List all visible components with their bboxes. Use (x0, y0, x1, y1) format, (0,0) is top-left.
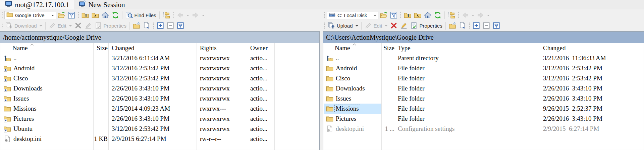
rename-button[interactable] (84, 21, 93, 30)
root-directory-button[interactable] (413, 11, 422, 20)
edit-button[interactable]: Edit (48, 21, 67, 30)
rename-button[interactable] (399, 21, 409, 30)
download-button[interactable]: Download (4, 21, 38, 30)
tab-session-root[interactable]: root@172.17.100.1 (0, 0, 74, 9)
file-row-Issues[interactable]: Issues2/26/2016 3:43:10 PMrwxrwxrwxactio… (0, 93, 319, 104)
column-header-owner[interactable]: Owner (250, 43, 274, 53)
local-path-bar[interactable]: C:\Users\ActionMystique\Google Drive (323, 32, 644, 43)
toolbar-grip[interactable] (77, 12, 79, 18)
find-files-button[interactable]: Find Files (124, 11, 157, 20)
forward-button[interactable] (191, 11, 200, 20)
column-header-size[interactable]: Size (94, 43, 108, 53)
unselect-mask-button[interactable] (166, 21, 175, 30)
download-dropdown[interactable] (39, 23, 43, 29)
column-header-changed[interactable]: Changed (543, 43, 644, 53)
folder-symlink-icon (4, 125, 11, 133)
open-directory-button[interactable] (57, 11, 66, 20)
toolbar-grip[interactable] (1, 22, 3, 29)
file-type-cell: File folder (398, 114, 539, 124)
toolbar-grip[interactable] (324, 12, 325, 18)
filter-button[interactable] (389, 11, 398, 20)
delete-button[interactable] (389, 21, 398, 30)
file-rights-cell: rwxrwxrwx (200, 93, 246, 104)
home-directory-button[interactable] (101, 11, 110, 20)
select-mask-button[interactable] (156, 21, 165, 30)
local-disk-icon (329, 11, 335, 19)
toolbar-grip[interactable] (1, 12, 3, 18)
back-button[interactable] (461, 11, 470, 20)
file-row-Downloads[interactable]: DownloadsFile folder2/26/2016 3:43:10 PM (323, 83, 644, 93)
right-drive-selector[interactable]: C: Local Disk (327, 11, 378, 19)
toolbar-grip[interactable] (400, 12, 401, 18)
parent-folder-icon (4, 54, 11, 62)
file-row-Android[interactable]: AndroidFile folder3/12/2016 2:53:42 PM (323, 63, 644, 73)
left-drive-selector[interactable]: Google Drive (4, 11, 56, 19)
refresh-button[interactable] (433, 11, 442, 20)
folder-icon (326, 85, 333, 92)
parent-directory-button[interactable] (403, 11, 412, 20)
file-row-..[interactable]: ..Parent directory3/21/2016 11:36:33 AM (323, 53, 644, 63)
file-row-desktop.ini[interactable]: desktop.ini1 KB2/9/2015 6:27:14 PMrw-r--… (0, 134, 319, 144)
properties-button[interactable]: Properties (94, 21, 127, 30)
back-history-dropdown[interactable] (185, 12, 190, 18)
download-icon (5, 22, 13, 29)
column-header-changed[interactable]: Changed (112, 43, 196, 53)
open-directory-button[interactable] (379, 11, 388, 20)
file-row-Pictures[interactable]: PicturesFile folder2/26/2016 3:43:10 PM (323, 114, 644, 124)
filter-button[interactable] (67, 11, 76, 20)
home-directory-button[interactable] (423, 11, 432, 20)
file-row-Missions[interactable]: MissionsFile folder9/26/2015 2:52:37 PM (323, 104, 644, 114)
back-button[interactable] (175, 11, 185, 20)
unselect-mask-button[interactable] (482, 21, 491, 30)
new-file-button[interactable] (458, 21, 467, 30)
file-row-Pictures[interactable]: Pictures2/26/2016 3:43:10 PMrwxrwxrwxact… (0, 114, 319, 124)
toolbar-grip[interactable] (324, 22, 325, 29)
new-folder-button[interactable] (132, 21, 141, 30)
delete-button[interactable] (73, 21, 83, 30)
upload-button[interactable]: Upload (327, 21, 354, 30)
select-mask-button[interactable] (472, 21, 481, 30)
tab-new-session[interactable]: New Session (74, 0, 130, 9)
column-header-type[interactable]: Type (398, 43, 539, 53)
edit-dropdown[interactable] (384, 23, 388, 29)
toolbar-grip[interactable] (458, 12, 459, 18)
toolbar-grip[interactable] (172, 12, 174, 18)
forward-history-dropdown[interactable] (201, 12, 206, 18)
file-row-Issues[interactable]: IssuesFile folder2/26/2016 3:43:10 PM (323, 93, 644, 104)
back-history-dropdown[interactable] (471, 12, 475, 18)
properties-button[interactable]: Properties (409, 21, 443, 30)
upload-dropdown[interactable] (355, 23, 359, 29)
file-row-Ubuntu[interactable]: Ubuntu3/12/2016 2:53:42 PMrwxrwxrwxactio… (0, 124, 319, 134)
forward-history-dropdown[interactable] (486, 12, 491, 18)
root-directory-button[interactable] (91, 11, 100, 20)
unselect-minus-icon (483, 22, 490, 29)
column-header-name[interactable]: Name (335, 43, 381, 53)
right-navigation-toolbar: C: Local Disk (323, 10, 643, 20)
invert-selection-button[interactable] (176, 21, 185, 30)
toolbar-grip[interactable] (469, 22, 470, 29)
file-row-desktop.ini[interactable]: desktop.ini1 ...Configuration settings2/… (323, 124, 644, 134)
edit-button[interactable]: Edit (364, 21, 383, 30)
toolbar-grip[interactable] (153, 22, 154, 29)
file-type-cell: File folder (398, 104, 539, 114)
file-row-Cisco[interactable]: Cisco3/12/2016 2:53:42 PMrwxrwxrwxactio.… (0, 73, 319, 83)
file-row-Android[interactable]: Android3/12/2016 2:53:42 PMrwxrwxrwxacti… (0, 63, 319, 73)
column-header-size[interactable]: Size (381, 43, 394, 53)
upload-icon (328, 22, 335, 29)
new-file-button[interactable] (142, 21, 151, 30)
remote-path-bar[interactable]: /home/actionmystique/Google Drive (0, 32, 319, 43)
file-row-Missions[interactable]: Missions2/15/2014 4:09:23 AMrwxrwx---act… (0, 104, 319, 114)
forward-button[interactable] (476, 11, 485, 20)
file-row-..[interactable]: ..3/21/2016 6:11:34 AMrwxrwxrwxactio... (0, 53, 319, 63)
edit-dropdown[interactable] (68, 23, 73, 29)
parent-directory-button[interactable] (80, 11, 90, 20)
new-folder-button[interactable] (448, 21, 457, 30)
column-header-name[interactable]: Name (12, 43, 93, 53)
synchronize-browsing-button[interactable] (447, 11, 456, 20)
file-row-Cisco[interactable]: CiscoFile folder3/12/2016 2:53:42 PM (323, 73, 644, 83)
synchronize-browsing-button[interactable] (162, 11, 171, 20)
column-header-rights[interactable]: Rights (200, 43, 246, 53)
file-row-Downloads[interactable]: Downloads2/26/2016 3:43:10 PMrwxrwxrwxac… (0, 83, 319, 93)
refresh-button[interactable] (111, 11, 120, 20)
invert-selection-button[interactable] (492, 21, 501, 30)
